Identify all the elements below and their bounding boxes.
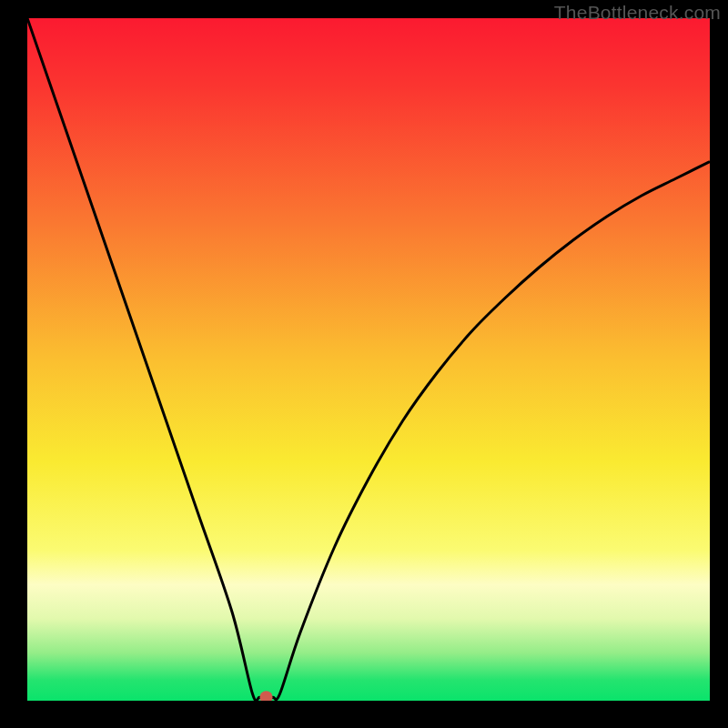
plot-area bbox=[27, 18, 710, 701]
bottleneck-curve-chart bbox=[27, 18, 710, 701]
watermark-label: TheBottleneck.com bbox=[554, 2, 721, 24]
gradient-background bbox=[27, 18, 710, 701]
chart-frame: TheBottleneck.com bbox=[0, 0, 728, 728]
